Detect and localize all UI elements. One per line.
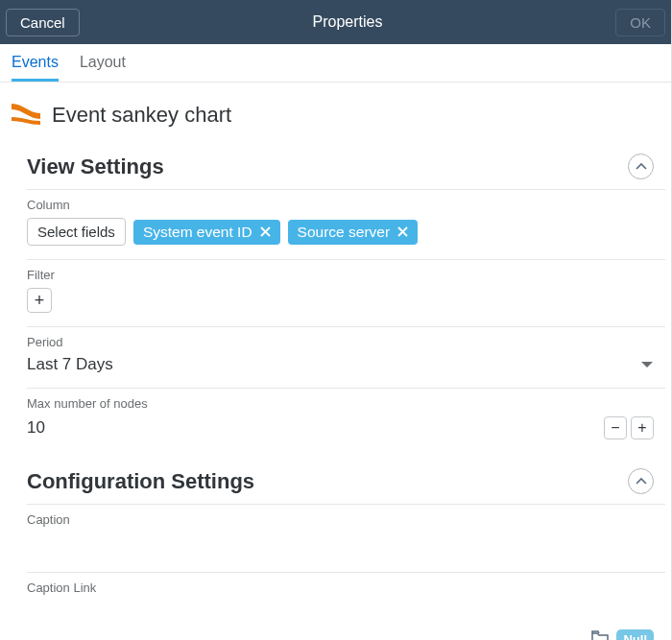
stepper-decrement[interactable]: − [604,416,627,439]
chevron-up-icon [636,476,647,487]
filter-label: Filter [27,268,654,282]
collapse-config-settings[interactable] [628,468,654,494]
remove-pill-icon[interactable] [397,226,408,237]
stepper-increment[interactable]: + [631,416,654,439]
period-value: Last 7 Days [27,355,113,374]
column-pill[interactable]: System event ID [133,220,280,245]
caption-input[interactable] [27,533,654,558]
chevron-up-icon [636,161,647,173]
caption-label: Caption [27,512,654,527]
pill-label: System event ID [143,224,252,241]
tab-layout[interactable]: Layout [80,54,126,82]
column-pill[interactable]: Source server [288,220,418,245]
plus-icon: + [35,291,45,311]
collapse-view-settings[interactable] [628,154,654,179]
chevron-down-icon [640,356,654,373]
max-nodes-label: Max number of nodes [27,396,654,411]
null-button[interactable]: Null [616,629,654,640]
period-label: Period [27,335,654,349]
ok-button[interactable]: OK [615,9,665,36]
plus-icon: + [637,419,646,437]
view-settings-heading: View Settings [27,154,164,179]
config-settings-heading: Configuration Settings [27,469,254,494]
pill-label: Source server [298,224,390,241]
page-title: Event sankey chart [52,103,231,128]
cancel-button[interactable]: Cancel [6,9,80,36]
remove-pill-icon[interactable] [260,226,271,237]
modal-title: Properties [313,13,383,31]
tab-events[interactable]: Events [12,54,59,82]
max-nodes-value: 10 [27,418,45,438]
caption-link-label: Caption Link [27,581,654,595]
max-nodes-stepper: − + [604,416,654,439]
period-select[interactable]: Last 7 Days [27,355,654,374]
column-label: Column [27,198,654,212]
minus-icon: − [611,419,619,437]
add-filter-button[interactable]: + [27,288,52,313]
folder-icon[interactable] [591,630,609,640]
sankey-icon [12,100,40,130]
select-fields-button[interactable]: Select fields [27,218,126,246]
